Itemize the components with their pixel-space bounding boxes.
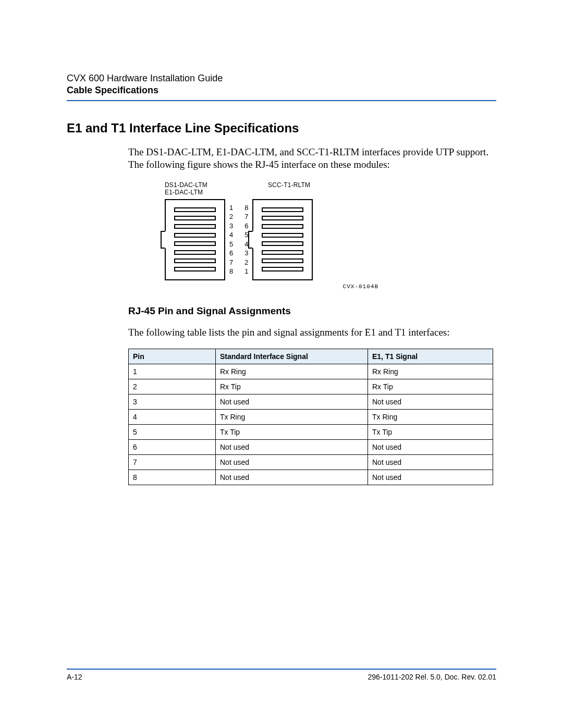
pin-number: 7 [229,260,233,265]
table-cell-e1t1: Tx Ring [368,410,493,425]
table-cell-e1t1: Rx Tip [368,379,493,394]
pin-number: 3 [244,251,248,255]
table-cell-std: Not used [216,455,368,470]
right-pin-numbers: 8 7 6 5 4 3 2 1 [244,199,248,280]
rj45-pin-slot [262,233,303,238]
connectors-row: 1 2 3 4 5 6 7 8 8 7 6 5 4 3 2 [165,199,496,280]
pin-number: 4 [244,242,248,246]
table-row: 1Rx RingRx Ring [129,364,493,379]
pin-number: 5 [229,242,233,246]
table-cell-pin: 7 [129,455,216,470]
pin-assignment-table: Pin Standard Interface Signal E1, T1 Sig… [128,349,493,485]
rj45-pin-slot [174,258,216,263]
table-row: 6Not usedNot used [129,440,493,455]
figure-label-left: DS1-DAC-LTM E1-DAC-LTM [165,181,232,196]
rj45-pin-slot [174,207,216,212]
body-content: The DS1-DAC-LTM, E1-DAC-LTM, and SCC-T1-… [128,146,496,485]
table-cell-std: Tx Ring [216,410,368,425]
pin-number: 6 [244,224,248,228]
rj45-pin-slot [174,241,216,246]
table-intro-paragraph: The following table lists the pin and si… [128,326,496,339]
table-header-pin: Pin [129,349,216,364]
pin-number: 5 [244,232,248,237]
rj45-notch-icon [248,231,253,249]
doc-id: 296-1011-202 Rel. 5.0, Doc. Rev. 02.01 [368,673,496,681]
table-cell-pin: 2 [129,379,216,394]
table-cell-e1t1: Not used [368,455,493,470]
table-row: 3Not usedNot used [129,394,493,410]
table-row: 7Not usedNot used [129,455,493,470]
document-page: CVX 600 Hardware Installation Guide Cabl… [0,0,563,728]
rj45-pin-slot [262,207,303,212]
rj45-pin-slot [174,224,216,229]
table-cell-std: Rx Ring [216,364,368,379]
page-number: A-12 [67,673,82,681]
pin-number: 1 [244,269,248,274]
table-cell-pin: 4 [129,410,216,425]
table-row: 2Rx TipRx Tip [129,379,493,394]
table-cell-pin: 5 [129,425,216,440]
pin-number: 3 [229,224,233,228]
table-cell-pin: 8 [129,470,216,485]
rj45-figure: DS1-DAC-LTM E1-DAC-LTM SCC-T1-RLTM [165,181,496,290]
rj45-pin-slot [262,241,303,246]
table-row: 8Not usedNot used [129,470,493,485]
rj45-pin-slot [262,216,303,220]
rj45-left-connector [165,199,225,280]
table-cell-pin: 3 [129,394,216,410]
table-cell-e1t1: Rx Ring [368,364,493,379]
section-name: Cable Specifications [67,85,496,96]
table-cell-std: Tx Tip [216,425,368,440]
table-header-e1t1: E1, T1 Signal [368,349,493,364]
footer-rule [67,669,496,670]
page-header: CVX 600 Hardware Installation Guide Cabl… [67,73,496,101]
rj45-pin-slot [174,216,216,220]
rj45-notch-icon [161,231,166,249]
figure-label-right: SCC-T1-RLTM [268,181,310,196]
pin-number: 7 [244,214,248,219]
table-cell-pin: 6 [129,440,216,455]
left-pin-numbers: 1 2 3 4 5 6 7 8 [229,199,233,280]
figure-label-left-line1: DS1-DAC-LTM [165,181,232,189]
table-cell-std: Not used [216,440,368,455]
rj45-pin-slot [262,258,303,263]
rj45-pin-slot [174,250,216,255]
pin-number: 6 [229,251,233,255]
rj45-pin-slot [262,250,303,255]
table-cell-std: Rx Tip [216,379,368,394]
rj45-pin-slot [174,267,216,272]
rj45-pin-slot [174,233,216,238]
pin-number: 8 [244,205,248,210]
table-row: 5Tx TipTx Tip [129,425,493,440]
table-cell-std: Not used [216,394,368,410]
figure-id: CVX-0104B [165,283,378,290]
pin-number: 1 [229,205,233,210]
rj45-pin-slot [262,224,303,229]
pin-number: 8 [229,269,233,274]
intro-paragraph: The DS1-DAC-LTM, E1-DAC-LTM, and SCC-T1-… [128,146,496,171]
subheading: RJ-45 Pin and Signal Assignments [128,305,496,317]
rj45-right-connector [252,199,313,280]
table-header-row: Pin Standard Interface Signal E1, T1 Sig… [129,349,493,364]
table-cell-std: Not used [216,470,368,485]
figure-label-left-line2: E1-DAC-LTM [165,189,232,196]
pin-number: 4 [229,232,233,237]
pin-number: 2 [229,214,233,219]
page-heading: E1 and T1 Interface Line Specifications [67,121,496,135]
table-cell-e1t1: Not used [368,394,493,410]
table-cell-e1t1: Not used [368,440,493,455]
table-header-std: Standard Interface Signal [216,349,368,364]
table-cell-e1t1: Tx Tip [368,425,493,440]
pin-number: 2 [244,260,248,265]
table-cell-e1t1: Not used [368,470,493,485]
table-cell-pin: 1 [129,364,216,379]
table-row: 4Tx RingTx Ring [129,410,493,425]
figure-labels: DS1-DAC-LTM E1-DAC-LTM SCC-T1-RLTM [165,181,496,196]
page-footer: A-12 296-1011-202 Rel. 5.0, Doc. Rev. 02… [67,669,496,681]
header-rule [67,100,496,101]
doc-title: CVX 600 Hardware Installation Guide [67,73,496,84]
rj45-pin-slot [262,267,303,272]
